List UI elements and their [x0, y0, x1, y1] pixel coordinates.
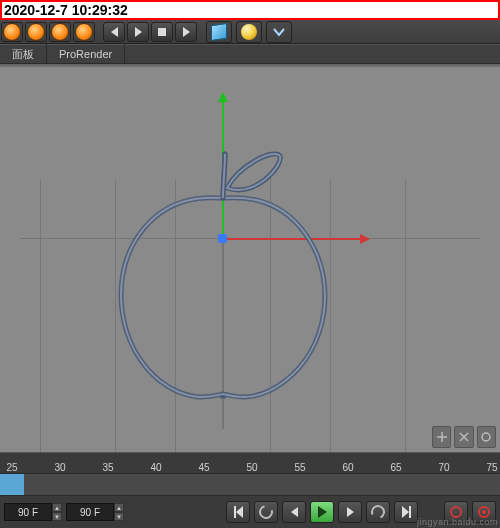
primitive-cube-button[interactable]: [206, 21, 232, 43]
rotate-icon: [480, 431, 492, 443]
viewport-pan-button[interactable]: [432, 426, 451, 448]
spin-down-icon: ▼: [52, 512, 62, 521]
ruler-mark: 55: [290, 462, 310, 473]
transport-begin-icon[interactable]: [103, 22, 125, 42]
start-frame-field[interactable]: 90 F ▲▼: [4, 503, 62, 521]
ruler-mark: 70: [434, 462, 454, 473]
grid-line: [40, 179, 41, 452]
go-to-end-button[interactable]: [394, 501, 418, 523]
ruler-mark: 60: [338, 462, 358, 473]
svg-point-1: [451, 507, 461, 517]
ruler-mark: 25: [2, 462, 22, 473]
tool-ring-2[interactable]: [25, 22, 47, 42]
grid-line: [0, 66, 500, 67]
axis-x-arrow-icon: [360, 234, 370, 244]
loop-back-button[interactable]: [254, 501, 278, 523]
transport-play-icon[interactable]: [127, 22, 149, 42]
go-to-start-button[interactable]: [226, 501, 250, 523]
step-forward-button[interactable]: [338, 501, 362, 523]
timestamp-overlay: 2020-12-7 10:29:32: [0, 0, 500, 20]
ruler-mark: 45: [194, 462, 214, 473]
play-forward-button[interactable]: [310, 501, 334, 523]
watermark-text: jingyan.baidu.com: [417, 517, 498, 527]
primitive-sphere-button[interactable]: [236, 21, 262, 43]
tab-panel[interactable]: 面板: [0, 44, 47, 64]
ruler-mark: 65: [386, 462, 406, 473]
grid-line: [405, 179, 406, 452]
tool-ring-1[interactable]: [1, 22, 23, 42]
start-frame-spinner[interactable]: ▲▼: [52, 503, 62, 521]
zoom-icon: [458, 431, 470, 443]
ruler-mark: 35: [98, 462, 118, 473]
spin-up-icon: ▲: [114, 503, 124, 512]
timeline-ruler[interactable]: 25 30 35 40 45 50 55 60 65 70 75: [0, 452, 500, 474]
loop-forward-button[interactable]: [366, 501, 390, 523]
spin-up-icon: ▲: [52, 503, 62, 512]
svg-point-0: [482, 433, 490, 441]
tab-prorender[interactable]: ProRender: [47, 44, 125, 64]
ruler-mark: 50: [242, 462, 262, 473]
transport-stop-icon[interactable]: [151, 22, 173, 42]
ruler-mark: 40: [146, 462, 166, 473]
tool-ring-3[interactable]: [49, 22, 71, 42]
ruler-mark: 75: [482, 462, 500, 473]
move-icon: [436, 431, 448, 443]
step-back-button[interactable]: [282, 501, 306, 523]
transport-end-icon[interactable]: [175, 22, 197, 42]
timestamp-text: 2020-12-7 10:29:32: [4, 2, 128, 18]
current-frame-field[interactable]: 90 F ▲▼: [66, 503, 124, 521]
apple-spline-object[interactable]: [105, 146, 345, 406]
ruler-mark: 30: [50, 462, 70, 473]
spin-down-icon: ▼: [114, 512, 124, 521]
primitive-more-button[interactable]: [266, 21, 292, 43]
tool-ring-4[interactable]: [73, 22, 95, 42]
axis-y-arrow-icon: [218, 92, 228, 102]
chevron-down-icon: [272, 25, 286, 39]
start-frame-value: 90 F: [4, 503, 52, 521]
viewport-rotate-button[interactable]: [477, 426, 496, 448]
svg-point-3: [482, 510, 486, 514]
viewport-nav-cluster: [432, 426, 496, 448]
main-toolbar: [0, 20, 500, 44]
timeline-panel: 25 30 35 40 45 50 55 60 65 70 75 90 F ▲▼…: [0, 452, 500, 528]
perspective-viewport[interactable]: [0, 64, 500, 452]
top-tabs: 面板 ProRender: [0, 44, 500, 64]
timeline-track[interactable]: [0, 474, 500, 496]
current-frame-value: 90 F: [66, 503, 114, 521]
current-frame-spinner[interactable]: ▲▼: [114, 503, 124, 521]
viewport-zoom-button[interactable]: [454, 426, 473, 448]
